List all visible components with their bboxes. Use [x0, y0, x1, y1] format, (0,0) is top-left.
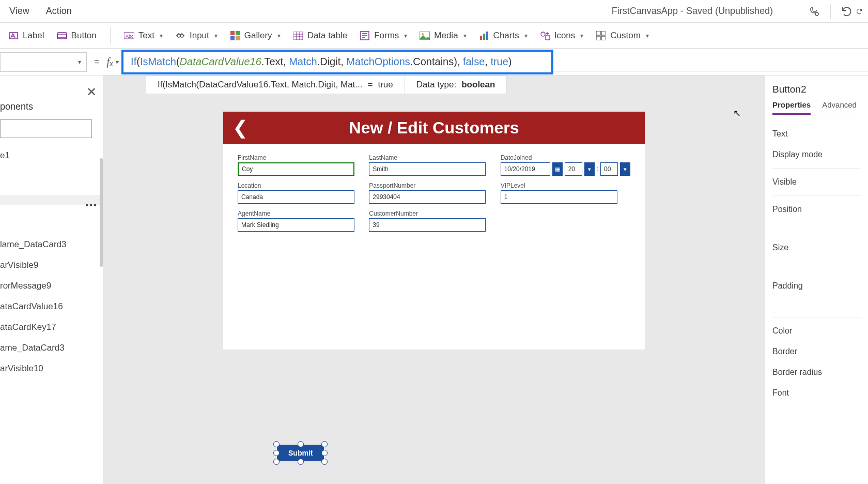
eval-equals: =	[368, 80, 373, 90]
scrollbar[interactable]	[100, 158, 103, 267]
tree-item[interactable]: ame_DataCard3	[0, 338, 103, 358]
field-label: CustomerNumber	[369, 210, 491, 217]
minute-select[interactable]: 00	[600, 162, 618, 176]
formula-result-bar: If(IsMatch(DataCardValue16.Text, Match.D…	[146, 75, 507, 94]
formula-input[interactable]: If(IsMatch(DataCardValue16.Text, Match.D…	[121, 50, 553, 74]
resize-handle[interactable]	[298, 441, 304, 447]
tree-item[interactable]: ataCardValue16	[0, 296, 103, 317]
close-icon[interactable]: ✕	[86, 85, 97, 99]
svg-rect-22	[601, 31, 606, 35]
icons-icon	[540, 31, 550, 41]
tree-item[interactable]: lame_DataCard3	[0, 234, 103, 255]
ribbon-custom-label: Custom	[610, 31, 641, 41]
selected-control-name: Button2	[772, 84, 861, 100]
calendar-icon[interactable]: ▦	[552, 162, 563, 176]
tree-item[interactable]: arVisible10	[0, 358, 103, 379]
prop-borderradius[interactable]: Border radius	[772, 362, 861, 383]
vip-input[interactable]	[501, 190, 617, 204]
tab-advanced[interactable]: Advanced	[822, 100, 857, 115]
location-input[interactable]	[238, 190, 354, 204]
menu-action[interactable]: Action	[38, 1, 80, 22]
app-checker-icon[interactable]	[808, 5, 821, 18]
ribbon-gallery[interactable]: Gallery▾	[225, 26, 286, 45]
gallery-icon	[230, 31, 240, 41]
back-icon[interactable]: ❮	[233, 118, 248, 137]
formula-bar-row: ▾ = fx ▾ If(IsMatch(DataCardValue16.Text…	[0, 49, 868, 75]
svg-point-15	[422, 33, 424, 35]
text-icon: Abc	[124, 31, 134, 41]
equals-sign: =	[87, 56, 107, 67]
tree-item[interactable]: e1	[0, 145, 103, 166]
ribbon-button[interactable]: Button	[52, 26, 102, 45]
svg-rect-24	[601, 36, 606, 40]
prop-displaymode[interactable]: Display mode	[772, 144, 861, 165]
resize-handle[interactable]	[321, 450, 328, 456]
tree-item[interactable]: rorMessage9	[0, 276, 103, 296]
resize-handle[interactable]	[273, 441, 280, 447]
ribbon-icons-label: Icons	[554, 31, 576, 41]
properties-panel: Button2 Properties Advanced Text Display…	[765, 75, 868, 484]
ribbon-charts[interactable]: Charts▾	[474, 26, 533, 45]
prop-size[interactable]: Size	[772, 237, 861, 258]
chevron-down-icon[interactable]: ▾	[620, 162, 630, 176]
screen-header: ❮ New / Edit Customers	[223, 112, 645, 144]
svg-rect-11	[236, 36, 240, 40]
resize-handle[interactable]	[273, 450, 280, 456]
property-dropdown[interactable]: ▾	[0, 52, 87, 72]
lastname-input[interactable]	[369, 162, 486, 176]
tab-properties[interactable]: Properties	[772, 100, 811, 115]
chevron-down-icon: ▾	[463, 32, 467, 39]
passport-input[interactable]	[369, 190, 486, 204]
prop-color[interactable]: Color	[772, 321, 861, 341]
ribbon-icons[interactable]: Icons▾	[535, 26, 589, 45]
svg-rect-20	[546, 36, 550, 40]
ribbon-text[interactable]: Abc Text▾	[119, 26, 168, 45]
customernumber-input[interactable]	[369, 218, 486, 232]
menu-view[interactable]: View	[1, 1, 38, 22]
tree-item-selected[interactable]: •••	[0, 195, 103, 205]
date-input[interactable]: 10/20/2019	[501, 162, 550, 176]
tree-item[interactable]: arVisible9	[0, 255, 103, 276]
ribbon-label-text: Label	[23, 31, 44, 41]
prop-padding[interactable]: Padding	[772, 276, 861, 296]
redo-icon[interactable]	[856, 5, 863, 18]
resize-handle[interactable]	[321, 459, 328, 465]
hour-select[interactable]: 20	[565, 162, 582, 176]
chevron-down-icon: ▾	[78, 58, 81, 66]
chevron-down-icon[interactable]: ▾	[584, 162, 595, 176]
resize-handle[interactable]	[298, 459, 304, 465]
resize-handle[interactable]	[273, 459, 280, 465]
ribbon-custom[interactable]: Custom▾	[591, 26, 654, 45]
resize-handle[interactable]	[321, 441, 328, 447]
undo-icon[interactable]	[840, 5, 854, 18]
firstname-input[interactable]	[238, 162, 354, 176]
ribbon-input[interactable]: Input▾	[170, 26, 223, 45]
field-firstname: FirstName	[238, 154, 360, 176]
prop-border[interactable]: Border	[772, 341, 861, 362]
field-customernumber: CustomerNumber	[369, 210, 491, 232]
ribbon-text-label: Text	[138, 31, 154, 41]
submit-button-selection: Submit	[277, 445, 324, 461]
fx-label[interactable]: fx ▾	[107, 56, 122, 68]
agent-input[interactable]	[238, 218, 354, 232]
ribbon-forms[interactable]: Forms▾	[354, 26, 412, 45]
ribbon-forms-label: Forms	[374, 31, 399, 41]
ribbon-datatable[interactable]: Data table	[288, 26, 353, 45]
tree-item[interactable]: ataCardKey17	[0, 317, 103, 338]
ribbon-media-label: Media	[434, 31, 458, 41]
prop-text[interactable]: Text	[772, 124, 861, 144]
tree-search-input[interactable]	[0, 119, 92, 138]
ribbon-charts-label: Charts	[493, 31, 519, 41]
ribbon-media[interactable]: Media▾	[414, 26, 471, 45]
prop-visible[interactable]: Visible	[772, 172, 861, 192]
prop-font[interactable]: Font	[772, 383, 861, 403]
prop-position[interactable]: Position	[772, 199, 861, 220]
ribbon-button-text: Button	[71, 31, 97, 41]
media-icon	[420, 31, 430, 41]
ribbon-label[interactable]: Label	[3, 26, 50, 45]
button-icon	[57, 31, 67, 41]
more-icon[interactable]: •••	[85, 200, 98, 210]
svg-rect-12	[293, 32, 303, 40]
charts-icon	[479, 31, 489, 41]
canvas-area[interactable]: ↖ ❮ New / Edit Customers FirstName LastN…	[103, 75, 765, 484]
